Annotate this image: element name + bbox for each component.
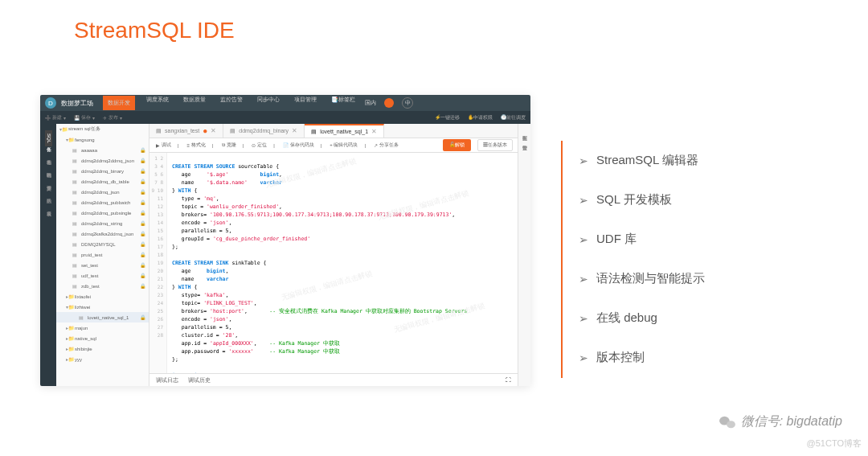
- tree-file[interactable]: ▤zdb_test🔒: [56, 281, 149, 291]
- code-content[interactable]: CREATE STREAM SOURCE sourceTable { age '…: [167, 153, 518, 373]
- lock-icon: 🔒: [140, 283, 145, 289]
- tree-file[interactable]: ▤ddmq2ddmq_json🔒: [56, 187, 149, 197]
- tree-file[interactable]: ▤aaaaaa🔒: [56, 145, 149, 155]
- tab-lovett[interactable]: ▤ lovett_native_sql_1 ✕: [305, 124, 384, 138]
- tree-file[interactable]: ▤ddmq2kafka2ddmq_json🔒: [56, 228, 149, 239]
- feature-item: 语法检测与智能提示: [579, 271, 705, 286]
- divider: |: [243, 143, 244, 148]
- btab-debug-log[interactable]: 调试日志: [156, 376, 178, 384]
- lock-icon: 🔒: [140, 241, 145, 247]
- rail-function[interactable]: 函数: [45, 191, 52, 198]
- lock-icon: 🔒: [140, 179, 145, 184]
- nav-sync[interactable]: 同步中心: [254, 96, 283, 110]
- tree-folder[interactable]: ▸📁lixiaofei: [56, 291, 149, 302]
- tool-edit-block[interactable]: + 编辑代码块: [328, 142, 358, 149]
- editor-bottom-tabs: 调试日志 调试历史 ⛶: [149, 373, 518, 386]
- divider: |: [212, 143, 214, 148]
- tree-file[interactable]: ▤ddmq2ddmq_string🔒: [56, 218, 149, 228]
- perm-link[interactable]: ✋申请权限: [468, 114, 493, 121]
- close-icon[interactable]: ✕: [371, 128, 377, 135]
- rail-sql-task[interactable]: SQL任务: [45, 130, 52, 146]
- divider: |: [178, 143, 179, 148]
- rrail-monitor[interactable]: 监控告警: [521, 139, 528, 144]
- editor-toolbar: ▶ 调试 | ≡ 格式化 | ⧉ 克隆 | ⊙ 定位 | 📄 保存代码块 | +…: [149, 138, 518, 153]
- nav-monitor[interactable]: 监控告警: [217, 96, 246, 110]
- tree-file[interactable]: ▤pruid_test🔒: [56, 249, 149, 260]
- tool-debug[interactable]: ▶ 调试: [154, 142, 171, 149]
- goto-schedule-link[interactable]: 🕐前往调度: [501, 114, 526, 121]
- save-button[interactable]: 💾保存▾: [74, 114, 95, 121]
- wechat-label: 微信号: bigdatatip: [719, 413, 842, 430]
- rrail-config[interactable]: 任务配置: [521, 129, 528, 134]
- copyright: @51CTO博客: [807, 438, 862, 450]
- nav-quality[interactable]: 数据质量: [180, 96, 209, 110]
- publish-button[interactable]: ✈发布▾: [103, 114, 122, 121]
- feature-item: SQL 开发模板: [579, 192, 705, 207]
- ide-subbar: ➕新建▾ 💾保存▾ ✈发布▾ ⚡一键迁移 ✋申请权限 🕐前往调度: [40, 111, 530, 124]
- feature-list: StreamSQL 编辑器 SQL 开发模板 UDF 库 语法检测与智能提示 在…: [579, 153, 705, 389]
- divider: |: [365, 143, 366, 148]
- feature-divider: [561, 141, 563, 378]
- rail-query[interactable]: 临时查询: [45, 166, 52, 172]
- lock-icon: 🔒: [140, 199, 145, 205]
- tree-folder[interactable]: ▸📁shibinjie: [56, 343, 149, 354]
- lock-icon: 🔒: [140, 189, 145, 195]
- logo-icon: D: [45, 97, 56, 109]
- ide-topbar: D 数据梦工场 数据开发 调度系统 数据质量 监控告警 同步中心 项目管理 📑标…: [40, 95, 530, 111]
- lock-icon: 🔒: [140, 314, 145, 320]
- tree-folder[interactable]: ▸📁yyy: [56, 354, 149, 364]
- nav-schedule[interactable]: 调度系统: [143, 96, 172, 110]
- tab-ddmq-binary[interactable]: ▤ ddmq2ddmq_binary ✕: [223, 124, 305, 138]
- tree-file[interactable]: ▤udf_test🔒: [56, 270, 149, 281]
- tree-file[interactable]: ▤ddmq2ddmq2ddmq_json🔒: [56, 155, 149, 166]
- file-tree[interactable]: ▾📁stream sql任务▾📁fengsong▤aaaaaa🔒▤ddmq2dd…: [56, 124, 149, 386]
- new-button[interactable]: ➕新建▾: [45, 114, 66, 121]
- rail-resource[interactable]: 资源文件: [45, 179, 52, 185]
- unlock-button[interactable]: 🔓解锁: [443, 139, 471, 151]
- tree-file[interactable]: ▤ddmq2ddmq_pubsingle🔒: [56, 207, 149, 218]
- tree-folder[interactable]: ▸📁majun: [56, 322, 149, 333]
- tree-folder[interactable]: ▾📁lizhiwei: [56, 302, 149, 312]
- tree-file[interactable]: ▤ddmq2ddmq_db_table🔒: [56, 176, 149, 187]
- close-icon[interactable]: ✕: [292, 127, 297, 134]
- tree-folder[interactable]: ▾📁fengsong: [56, 134, 149, 145]
- country-label: 国内: [365, 99, 376, 107]
- editor-tabs: ▤ sangxian_test ● ✕ ▤ ddmq2ddmq_binary ✕…: [149, 124, 518, 138]
- btab-debug-history[interactable]: 调试历史: [188, 376, 211, 384]
- tool-save-block[interactable]: 📄 保存代码块: [281, 142, 314, 149]
- brand-title: 数据梦工场: [61, 99, 93, 108]
- tree-file[interactable]: ▤set_test🔒: [56, 260, 149, 270]
- lock-icon: 🔒: [140, 220, 145, 226]
- expand-icon[interactable]: ⛶: [506, 377, 511, 383]
- rail-project-table[interactable]: 项目表: [45, 204, 52, 211]
- nav-project[interactable]: 项目管理: [291, 96, 320, 110]
- rail-local-task[interactable]: 本地任务: [45, 153, 52, 159]
- tree-file[interactable]: ▤ddmq2ddmq_binary🔒: [56, 166, 149, 176]
- tree-file[interactable]: ▤lovett_native_sql_1🔒: [56, 312, 149, 322]
- top-nav: 数据开发 调度系统 数据质量 监控告警 同步中心 项目管理 📑标签栏: [103, 96, 358, 110]
- tree-file[interactable]: ▤ddmq2ddmq_pubbatch🔒: [56, 197, 149, 207]
- close-icon[interactable]: ✕: [211, 127, 216, 134]
- tree-root[interactable]: ▾📁stream sql任务: [56, 124, 149, 134]
- tool-locate[interactable]: ⊙ 定位: [250, 142, 267, 149]
- code-editor[interactable]: 1 2 3 4 5 6 7 8 9 10 11 12 13 14 15 16 1…: [149, 153, 518, 373]
- tool-format[interactable]: ≡ 格式化: [186, 142, 207, 149]
- bookmark-icon[interactable]: 📑标签栏: [328, 96, 358, 110]
- tree-file[interactable]: ▤DDMQ2MYSQL🔒: [56, 239, 149, 249]
- migrate-link[interactable]: ⚡一键迁移: [435, 114, 460, 121]
- tool-share[interactable]: ↗ 分享任务: [372, 142, 399, 149]
- lock-icon: 🔒: [140, 273, 145, 278]
- nav-dev[interactable]: 数据开发: [103, 96, 135, 110]
- tab-sangxian-test[interactable]: ▤ sangxian_test ● ✕: [149, 124, 223, 138]
- wechat-icon: [719, 415, 736, 429]
- feature-item: UDF 库: [579, 232, 705, 247]
- version-button[interactable]: ☰任务版本: [477, 139, 513, 151]
- user-avatar[interactable]: [384, 98, 394, 108]
- editor-panel: ▤ sangxian_test ● ✕ ▤ ddmq2ddmq_binary ✕…: [149, 124, 518, 386]
- line-gutter: 1 2 3 4 5 6 7 8 9 10 11 12 13 14 15 16 1…: [149, 153, 167, 373]
- tool-clone[interactable]: ⧉ 克隆: [220, 142, 236, 149]
- lock-icon: 🔒: [140, 252, 145, 257]
- lock-icon: 🔒: [140, 147, 145, 153]
- lang-toggle[interactable]: 中: [402, 97, 413, 109]
- tree-folder[interactable]: ▸📁native_sql: [56, 333, 149, 343]
